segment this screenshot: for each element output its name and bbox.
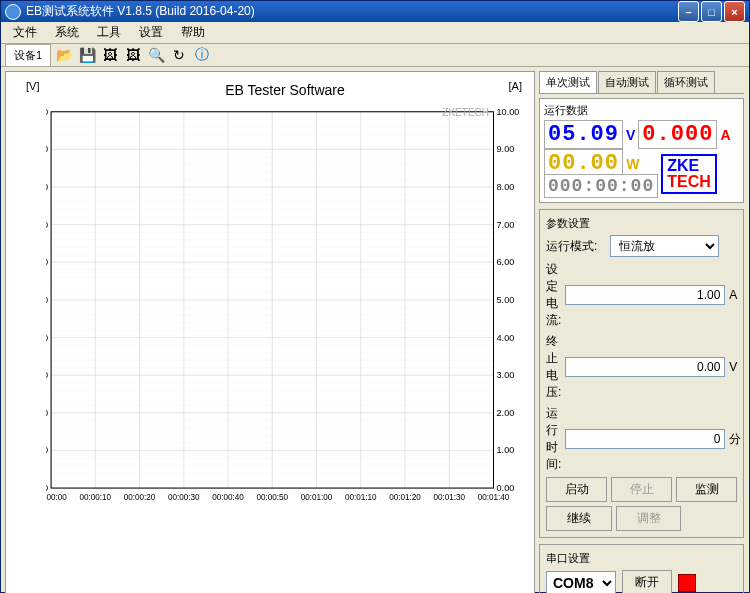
svg-text:9.00: 9.00 xyxy=(497,144,515,154)
svg-text:16.00: 16.00 xyxy=(46,182,48,192)
disconnect-button[interactable]: 断开 xyxy=(622,570,672,593)
svg-text:10.00: 10.00 xyxy=(497,107,520,117)
titlebar: EB测试系统软件 V1.8.5 (Build 2016-04-20) – □ × xyxy=(1,1,749,22)
tab-cycle[interactable]: 循环测试 xyxy=(657,71,715,93)
set-current-label: 设定电流: xyxy=(546,261,561,329)
run-data-display: 运行数据 05.09 V 0.000 A 00.00 W 000:00:00 xyxy=(539,98,744,203)
run-time-input[interactable] xyxy=(565,429,725,449)
chart-title: EB Tester Software xyxy=(46,80,524,100)
svg-text:00:00:10: 00:00:10 xyxy=(80,493,112,502)
y-axis-left-label: [V] xyxy=(26,80,39,92)
y-axis-right-label: [A] xyxy=(509,80,522,92)
menu-help[interactable]: 帮助 xyxy=(173,22,213,43)
svg-text:8.00: 8.00 xyxy=(497,182,515,192)
svg-text:18.00: 18.00 xyxy=(46,144,48,154)
menu-tools[interactable]: 工具 xyxy=(89,22,129,43)
maximize-button[interactable]: □ xyxy=(701,1,722,22)
svg-text:2.00: 2.00 xyxy=(497,408,515,418)
voltage-reading: 05.09 xyxy=(544,120,623,149)
svg-text:7.00: 7.00 xyxy=(497,220,515,230)
adjust-button[interactable]: 调整 xyxy=(616,506,682,531)
svg-text:6.00: 6.00 xyxy=(497,257,515,267)
voltage-unit: V xyxy=(626,127,635,143)
set-current-input[interactable] xyxy=(565,285,725,305)
serial-title: 串口设置 xyxy=(546,551,737,566)
time-reading: 000:00:00 xyxy=(544,174,658,198)
svg-text:00:01:10: 00:01:10 xyxy=(345,493,377,502)
svg-text:3.00: 3.00 xyxy=(497,370,515,380)
svg-text:00:01:30: 00:01:30 xyxy=(433,493,465,502)
svg-text:00:00:50: 00:00:50 xyxy=(256,493,288,502)
svg-text:6.00: 6.00 xyxy=(46,370,48,380)
tab-single[interactable]: 单次测试 xyxy=(539,71,597,93)
status-indicator-icon xyxy=(678,574,696,592)
chart-area: [V] [A] EB Tester Software ZKETECH 20.00… xyxy=(5,71,535,593)
stop-button[interactable]: 停止 xyxy=(611,477,672,502)
run-time-label: 运行时间: xyxy=(546,405,561,473)
svg-text:00:00:00: 00:00:00 xyxy=(46,493,67,502)
menu-file[interactable]: 文件 xyxy=(5,22,45,43)
svg-text:8.00: 8.00 xyxy=(46,333,48,343)
save-icon[interactable]: 💾 xyxy=(77,45,97,65)
continue-button[interactable]: 继续 xyxy=(546,506,612,531)
open-icon[interactable]: 📂 xyxy=(54,45,74,65)
menu-system[interactable]: 系统 xyxy=(47,22,87,43)
refresh-icon[interactable]: ↻ xyxy=(169,45,189,65)
start-button[interactable]: 启动 xyxy=(546,477,607,502)
menubar: 文件 系统 工具 设置 帮助 xyxy=(1,22,749,44)
svg-text:0.00: 0.00 xyxy=(46,483,48,493)
svg-text:1.00: 1.00 xyxy=(497,445,515,455)
test-mode-tabs: 单次测试 自动测试 循环测试 xyxy=(539,71,744,94)
svg-text:00:01:00: 00:01:00 xyxy=(301,493,333,502)
svg-text:5.00: 5.00 xyxy=(497,295,515,305)
menu-settings[interactable]: 设置 xyxy=(131,22,171,43)
svg-text:2.00: 2.00 xyxy=(46,445,48,455)
current-reading: 0.000 xyxy=(638,120,717,149)
svg-text:20.00: 20.00 xyxy=(46,107,48,117)
power-unit: W xyxy=(626,156,639,172)
end-voltage-unit: V xyxy=(729,360,737,374)
monitor-button[interactable]: 监测 xyxy=(676,477,737,502)
svg-text:00:00:20: 00:00:20 xyxy=(124,493,156,502)
svg-text:00:01:40: 00:01:40 xyxy=(478,493,510,502)
close-button[interactable]: × xyxy=(724,1,745,22)
device-tab[interactable]: 设备1 xyxy=(5,44,51,66)
info-icon[interactable]: ⓘ xyxy=(192,45,212,65)
svg-text:14.00: 14.00 xyxy=(46,220,48,230)
com-port-select[interactable]: COM8 xyxy=(546,571,616,594)
toolbar: 设备1 📂 💾 🖼 🖼 🔍 ↻ ⓘ xyxy=(1,44,749,67)
tab-auto[interactable]: 自动测试 xyxy=(598,71,656,93)
run-data-label: 运行数据 xyxy=(544,103,739,118)
params-group: 参数设置 运行模式: 恒流放 设定电流: A 终止电压: V 运行时 xyxy=(539,209,744,538)
zketech-logo: ZKE TECH xyxy=(661,154,717,194)
svg-text:00:01:20: 00:01:20 xyxy=(389,493,421,502)
run-time-unit: 分 xyxy=(729,431,741,448)
serial-group: 串口设置 COM8 断开 xyxy=(539,544,744,593)
window-title: EB测试系统软件 V1.8.5 (Build 2016-04-20) xyxy=(26,3,678,20)
svg-text:4.00: 4.00 xyxy=(46,408,48,418)
svg-text:4.00: 4.00 xyxy=(497,333,515,343)
end-voltage-input[interactable] xyxy=(565,357,725,377)
svg-text:10.00: 10.00 xyxy=(46,295,48,305)
set-current-unit: A xyxy=(729,288,737,302)
current-unit: A xyxy=(720,127,730,143)
image1-icon[interactable]: 🖼 xyxy=(100,45,120,65)
params-title: 参数设置 xyxy=(546,216,737,231)
svg-text:0.00: 0.00 xyxy=(497,483,515,493)
zoom-icon[interactable]: 🔍 xyxy=(146,45,166,65)
end-voltage-label: 终止电压: xyxy=(546,333,561,401)
chart-watermark: ZKETECH xyxy=(442,107,489,118)
image2-icon[interactable]: 🖼 xyxy=(123,45,143,65)
svg-text:00:00:40: 00:00:40 xyxy=(212,493,244,502)
mode-label: 运行模式: xyxy=(546,238,606,255)
minimize-button[interactable]: – xyxy=(678,1,699,22)
mode-select[interactable]: 恒流放 xyxy=(610,235,719,257)
app-icon xyxy=(5,4,21,20)
svg-text:12.00: 12.00 xyxy=(46,257,48,267)
chart-plot: 20.0010.0018.009.0016.008.0014.007.0012.… xyxy=(46,100,524,510)
svg-text:00:00:30: 00:00:30 xyxy=(168,493,200,502)
